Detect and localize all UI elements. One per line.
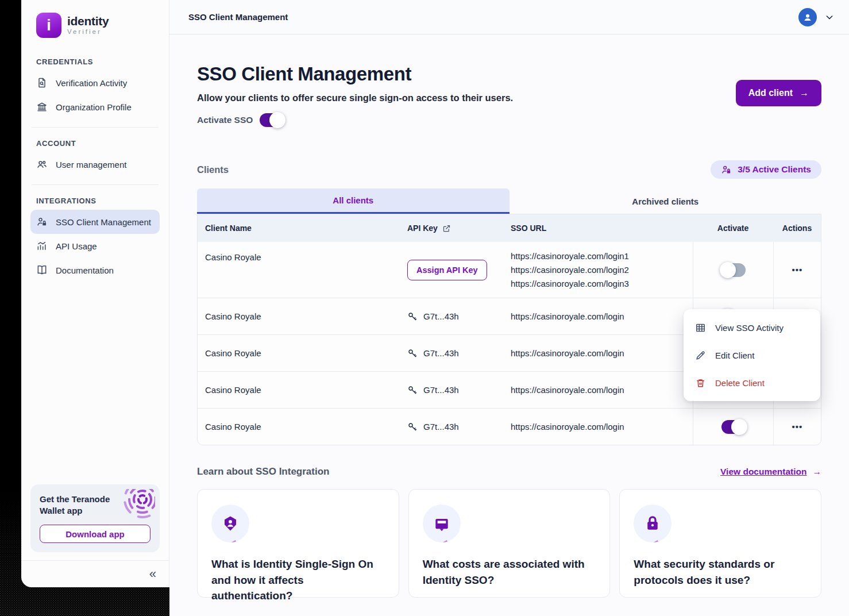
key-icon [407, 422, 418, 432]
key-icon [407, 385, 418, 395]
column-header-actions: Actions [773, 224, 821, 233]
sidebar: i identity Verifier CREDENTIALS Verifica… [21, 0, 169, 587]
sidebar-item-verification-activity[interactable]: Verification Activity [30, 71, 160, 95]
clients-section-header: Clients 3/5 Active Clients [197, 160, 821, 179]
toggle-knob [269, 112, 285, 128]
sidebar-item-organization-profile[interactable]: Organization Profile [30, 95, 160, 119]
key-icon [407, 348, 418, 359]
page-header-left: SSO Client Management Allow your clients… [197, 63, 513, 127]
api-key-value: G7t...43h [423, 422, 459, 432]
row-actions-button[interactable]: ••• [792, 422, 803, 432]
sidebar-item-sso-client-management[interactable]: SSO Client Management [30, 210, 160, 234]
column-header-api-key-label: API Key [407, 224, 438, 233]
spiral-decoration-icon [115, 489, 155, 522]
activate-cell [693, 409, 773, 445]
sso-url: https://casinoroyale.com/login2 [511, 263, 629, 277]
sidebar-divider [32, 127, 159, 128]
pencil-icon [695, 350, 706, 361]
activate-sso-row: Activate SSO [197, 113, 513, 127]
api-key-cell: G7t...43h [400, 298, 503, 334]
main-area: SSO Client Management SSO Client Managem… [169, 0, 849, 616]
menu-item-label: Edit Client [715, 351, 754, 360]
collapse-sidebar-button[interactable]: « [149, 568, 156, 580]
learn-card-costs[interactable]: What costs are associated with Identity … [408, 489, 611, 598]
identity-logo-icon: i [36, 13, 61, 38]
sidebar-item-api-usage[interactable]: API Usage [30, 234, 160, 258]
arrow-right-icon: → [800, 88, 809, 98]
add-client-button[interactable]: Add client → [736, 80, 821, 106]
api-key-cell: G7t...43h [400, 409, 503, 445]
learn-card-sso[interactable]: What is Identity Single-Sign On and how … [197, 489, 399, 598]
tab-all-clients[interactable]: All clients [197, 188, 510, 214]
menu-item-edit-client[interactable]: Edit Client [684, 341, 820, 369]
activate-cell [693, 242, 773, 298]
add-client-label: Add client [748, 88, 793, 98]
client-name-cell: Casino Royale [198, 298, 400, 334]
api-key-value: G7t...43h [423, 348, 459, 358]
row-actions-menu: View SSO Activity Edit Client Delete Cli… [684, 309, 820, 401]
card-icon-bubble [634, 505, 672, 542]
activate-sso-label: Activate SSO [197, 115, 253, 125]
menu-item-label: Delete Client [715, 378, 765, 388]
activate-sso-toggle[interactable] [260, 113, 284, 127]
activate-toggle[interactable] [721, 263, 746, 277]
api-key-value: G7t...43h [423, 311, 459, 321]
column-header-sso-url: SSO URL [503, 224, 693, 233]
brand-text: identity Verifier [67, 13, 109, 36]
column-header-client-name: Client Name [198, 224, 400, 233]
download-app-button[interactable]: Download app [40, 525, 150, 543]
sidebar-item-label: API Usage [56, 241, 97, 251]
clients-tabs: All clients Archived clients [197, 188, 821, 214]
tab-archived-clients[interactable]: Archived clients [510, 188, 822, 214]
card-title: What is Identity Single-Sign On and how … [211, 556, 385, 604]
desktop-background: i identity Verifier CREDENTIALS Verifica… [0, 0, 849, 616]
api-key-cell: G7t...43h [400, 372, 503, 408]
sidebar-item-documentation[interactable]: Documentation [30, 258, 160, 282]
page-header: SSO Client Management Allow your clients… [197, 63, 821, 127]
clients-heading: Clients [197, 164, 229, 175]
sidebar-item-label: SSO Client Management [56, 217, 151, 227]
assign-api-key-button[interactable]: Assign API Key [407, 260, 487, 280]
menu-item-delete-client[interactable]: Delete Client [684, 369, 820, 396]
sidebar-divider [32, 184, 159, 185]
table-row: Casino Royale Assign API Key https://cas… [198, 242, 821, 298]
app-logo: i identity Verifier [21, 13, 169, 41]
learn-section-header: Learn about SSO Integration View documen… [197, 466, 821, 478]
user-avatar[interactable] [798, 8, 817, 26]
card-title: What costs are associated with Identity … [423, 556, 596, 588]
section-label-credentials: CREDENTIALS [36, 57, 160, 66]
activate-toggle[interactable] [721, 420, 746, 434]
sso-url-cell: https://casinoroyale.com/login1 https://… [503, 242, 693, 298]
view-documentation-link[interactable]: View documentation → [720, 467, 821, 477]
sso-url-cell: https://casinoroyale.com/login [503, 335, 693, 371]
sidebar-footer: « [21, 560, 169, 587]
column-header-api-key: API Key [400, 224, 503, 233]
view-documentation-label: View documentation [720, 467, 806, 477]
table-icon [695, 322, 706, 333]
wallet-promo-card: Get the Teranode Wallet app Download app [30, 484, 160, 553]
menu-item-view-sso-activity[interactable]: View SSO Activity [684, 314, 820, 341]
api-key-value: G7t...43h [423, 385, 459, 395]
external-link-icon[interactable] [442, 224, 451, 233]
row-actions-button[interactable]: ••• [792, 265, 803, 275]
key-icon [407, 311, 418, 322]
sso-url-cell: https://casinoroyale.com/login [503, 409, 693, 445]
arrow-right-icon: → [813, 467, 822, 477]
actions-cell: ••• [773, 242, 821, 298]
document-search-icon [36, 77, 48, 88]
card-icon-bubble [423, 505, 461, 542]
sidebar-item-label: Organization Profile [56, 102, 132, 112]
chevron-down-icon[interactable] [825, 13, 834, 22]
brand-subtitle: Verifier [67, 29, 109, 36]
menu-item-label: View SSO Activity [715, 323, 784, 333]
active-clients-badge: 3/5 Active Clients [711, 160, 821, 179]
breadcrumb: SSO Client Management [188, 12, 288, 22]
sso-url-cell: https://casinoroyale.com/login [503, 372, 693, 408]
learn-card-security[interactable]: What security standards or protocols doe… [619, 489, 821, 598]
sidebar-item-label: Verification Activity [56, 78, 127, 88]
learn-heading: Learn about SSO Integration [197, 466, 329, 478]
sso-url-cell: https://casinoroyale.com/login [503, 298, 693, 334]
section-label-account: ACCOUNT [36, 139, 160, 148]
sidebar-item-user-management[interactable]: User management [30, 152, 160, 176]
person-lock-icon [721, 164, 732, 175]
